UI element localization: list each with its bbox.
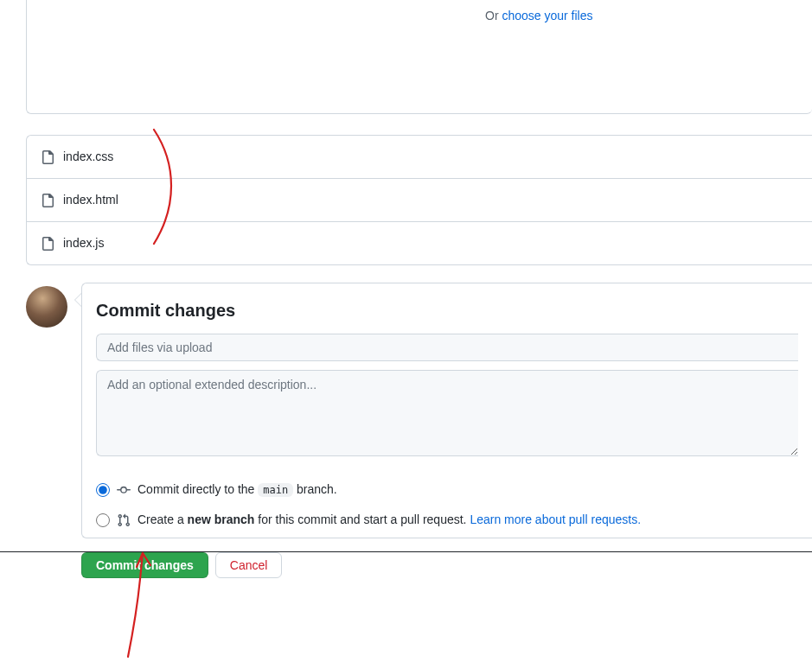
file-row: index.js <box>27 222 812 264</box>
cancel-button[interactable]: Cancel <box>215 552 283 578</box>
learn-more-link[interactable]: Learn more about pull requests. <box>470 512 641 526</box>
speech-notch <box>74 293 81 307</box>
radio-direct-label: Commit directly to the main branch. <box>137 481 337 499</box>
file-name-label: index.css <box>63 148 113 166</box>
file-icon <box>41 194 54 207</box>
commit-description-input[interactable] <box>96 370 798 456</box>
uploaded-file-list: index.css index.html index.js <box>26 135 812 265</box>
branch-name-chip: main <box>258 483 293 497</box>
file-drop-area[interactable]: Or choose your files <box>26 0 812 114</box>
commit-changes-button[interactable]: Commit changes <box>81 552 208 578</box>
avatar[interactable] <box>26 286 67 328</box>
git-pull-request-icon <box>117 513 131 527</box>
commit-summary-input[interactable] <box>96 334 798 361</box>
choose-files-link[interactable]: choose your files <box>502 9 592 22</box>
file-name-label: index.html <box>63 191 118 209</box>
commit-button-row: Commit changes Cancel <box>81 538 812 592</box>
git-commit-icon <box>117 483 131 497</box>
radio-new-branch-label: Create a new branch for this commit and … <box>137 511 641 529</box>
radio-commit-direct[interactable]: Commit directly to the main branch. <box>96 477 798 502</box>
file-icon <box>41 150 54 164</box>
radio-new-branch-input[interactable] <box>96 513 110 527</box>
commit-heading: Commit changes <box>96 297 798 323</box>
file-name-label: index.js <box>63 234 104 252</box>
commit-radio-group: Commit directly to the main branch. Crea… <box>96 477 798 532</box>
file-icon <box>41 237 54 251</box>
commit-section: Commit changes Commit directly to the ma… <box>26 283 812 592</box>
radio-commit-direct-input[interactable] <box>96 483 110 497</box>
file-row: index.css <box>27 136 812 179</box>
divider-line <box>0 551 812 552</box>
file-row: index.html <box>27 179 812 222</box>
drop-or-text: Or <box>485 9 502 22</box>
radio-new-branch[interactable]: Create a new branch for this commit and … <box>96 507 798 532</box>
